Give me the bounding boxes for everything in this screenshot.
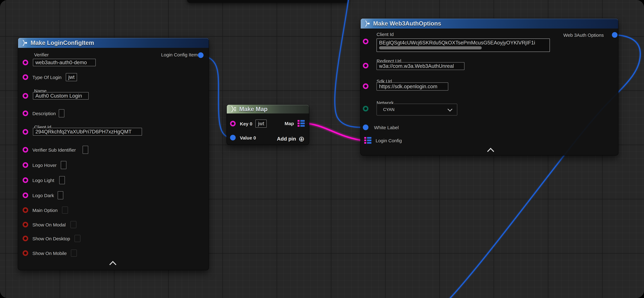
add-pin-label: Add pin xyxy=(277,136,296,142)
web3auth-options-output-pin[interactable] xyxy=(612,32,618,38)
show-on-modal-label: Show On Modal xyxy=(32,222,66,228)
make-struct-icon xyxy=(364,20,371,27)
network-dropdown-value: CYAN xyxy=(383,107,394,112)
verifier-sub-identifier-field[interactable] xyxy=(82,146,88,154)
logo-hover-field[interactable] xyxy=(61,161,66,169)
main-option-pin[interactable] xyxy=(22,207,28,213)
name-field[interactable]: Auth0 Custom Login xyxy=(33,92,89,100)
key-0-field[interactable]: jwt xyxy=(256,120,267,128)
show-on-modal-pin[interactable] xyxy=(22,222,28,228)
show-on-desktop-checkbox[interactable] xyxy=(74,235,80,242)
make-struct-icon xyxy=(21,40,28,46)
show-on-desktop-pin[interactable] xyxy=(22,236,28,241)
node-make-map-header[interactable]: Make Map xyxy=(227,105,309,114)
white-label-label: White Label xyxy=(374,125,399,130)
client-id-pin[interactable] xyxy=(22,129,28,135)
verifier-sub-identifier-pin[interactable] xyxy=(22,147,28,152)
map-output-label: Map xyxy=(284,121,294,126)
verifier-sub-identifier-label: Verifier Sub Identifier xyxy=(32,148,76,153)
map-output-pin[interactable] xyxy=(297,120,305,127)
logo-hover-label: Logo Hover xyxy=(32,163,56,168)
node-make-map[interactable]: Make Map Key 0 jwt Map Value 0 Add pin ⊕ xyxy=(227,105,309,145)
type-of-login-label: Type Of Login xyxy=(32,75,62,80)
show-on-mobile-label: Show On Mobile xyxy=(32,251,67,256)
login-config-item-output-label: Login Config Item xyxy=(161,52,198,58)
description-label: Description xyxy=(32,111,56,116)
wire-map-to-loginconfig-glow xyxy=(305,123,364,140)
web3auth-options-output-label: Web 3Auth Options xyxy=(563,32,604,38)
show-on-desktop-label: Show On Desktop xyxy=(32,236,70,242)
client-id-label: Client Id xyxy=(376,32,394,37)
sdk-url-pin[interactable] xyxy=(363,84,368,89)
network-dropdown[interactable]: CYAN xyxy=(376,104,457,116)
collapse-chevron-icon[interactable] xyxy=(109,261,116,268)
white-label-pin[interactable] xyxy=(363,124,368,130)
login-config-label: Login Config xyxy=(376,138,402,144)
graph-canvas[interactable]: Make LoginConfigItem Verifier Login Conf… xyxy=(0,0,644,298)
collapse-chevron-icon[interactable] xyxy=(487,148,494,155)
node-title: Make LoginConfigItem xyxy=(30,40,94,46)
show-on-mobile-pin[interactable] xyxy=(22,250,28,256)
name-pin[interactable] xyxy=(22,93,28,99)
show-on-modal-checkbox[interactable] xyxy=(70,221,76,228)
wire-map-to-loginconfig[interactable] xyxy=(305,123,364,140)
client-id-field-text: BEglQSgt4cUWcj6SKRdu5QkOXTsePmMcusG5EAoy… xyxy=(379,40,547,46)
logo-dark-field[interactable] xyxy=(58,191,63,199)
main-option-checkbox[interactable] xyxy=(62,206,68,214)
node-title: Make Map xyxy=(239,106,268,112)
description-field[interactable] xyxy=(59,109,64,117)
sdk-url-field[interactable]: https://sdk.openlogin.com xyxy=(376,82,448,90)
redirect-url-pin[interactable] xyxy=(363,63,368,68)
network-pin[interactable] xyxy=(363,106,368,112)
key-0-label: Key 0 xyxy=(240,121,252,126)
client-id-field-scrollbar[interactable] xyxy=(379,46,482,50)
node-make-loginconfigitem-header[interactable]: Make LoginConfigItem xyxy=(18,38,209,48)
node-title: Make Web3AuthOptions xyxy=(373,20,441,27)
node-make-web3authoptions[interactable]: Make Web3AuthOptions Client Id Web 3Auth… xyxy=(361,18,618,155)
node-make-web3authoptions-header[interactable]: Make Web3AuthOptions xyxy=(361,18,618,28)
show-on-mobile-checkbox[interactable] xyxy=(71,250,77,257)
logo-light-label: Logo Light xyxy=(32,178,54,183)
login-config-pin[interactable] xyxy=(364,137,372,144)
offscreen-node-bottom-edge[interactable] xyxy=(187,0,349,3)
verifier-label: Verifier xyxy=(34,52,49,58)
logo-hover-pin[interactable] xyxy=(22,162,28,168)
add-pin-button[interactable]: Add pin ⊕ xyxy=(277,135,304,142)
wire-top-to-whitelabel[interactable] xyxy=(335,0,362,127)
logo-light-pin[interactable] xyxy=(22,177,28,183)
main-option-label: Main Option xyxy=(32,208,58,213)
verifier-pin[interactable] xyxy=(22,60,28,65)
description-pin[interactable] xyxy=(22,110,28,116)
blueprint-editor: Make LoginConfigItem Verifier Login Conf… xyxy=(0,0,644,298)
type-of-login-pin[interactable] xyxy=(22,74,28,80)
value-0-pin[interactable] xyxy=(230,135,236,140)
type-of-login-field[interactable]: jwt xyxy=(66,73,77,81)
client-id-field[interactable]: BEglQSgt4cUWcj6SKRdu5QkOXTsePmMcusG5EAoy… xyxy=(376,38,550,52)
key-0-pin[interactable] xyxy=(230,121,236,126)
client-id-pin[interactable] xyxy=(363,39,368,44)
add-pin-plus-icon: ⊕ xyxy=(298,135,304,142)
node-make-loginconfigitem[interactable]: Make LoginConfigItem Verifier Login Conf… xyxy=(18,38,209,270)
make-map-icon xyxy=(230,106,237,112)
verifier-field[interactable]: web3auth-auth0-demo xyxy=(33,59,96,66)
logo-light-field[interactable] xyxy=(59,176,65,184)
redirect-url-field[interactable]: w3a://com.w3a.Web3AuthUnreal xyxy=(376,62,464,70)
login-config-item-output-pin[interactable] xyxy=(198,52,204,58)
client-id-field[interactable]: 294QRkchfq2YaXUbPri7D6PH7xzHgQMT xyxy=(33,128,142,136)
chevron-down-icon xyxy=(448,106,452,112)
wire-top-to-whitelabel-glow xyxy=(335,0,362,127)
logo-dark-pin[interactable] xyxy=(22,192,28,198)
logo-dark-label: Logo Dark xyxy=(32,193,54,198)
value-0-label: Value 0 xyxy=(240,135,256,140)
